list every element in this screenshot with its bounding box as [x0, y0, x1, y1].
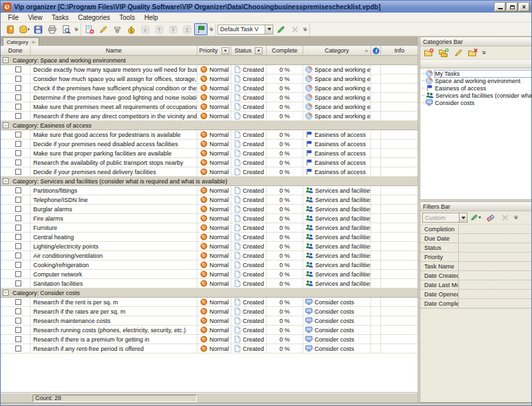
task-done-checkbox[interactable] [1, 279, 31, 288]
task-done-checkbox[interactable] [1, 223, 31, 233]
category-tree-item[interactable]: Consider costs66 [420, 99, 532, 106]
task-row[interactable]: Computer networkNormalCreated0 %Services… [1, 270, 418, 279]
filter-value-field[interactable] [459, 280, 532, 289]
task-done-checkbox[interactable] [1, 298, 31, 307]
checkbox-icon[interactable] [15, 169, 21, 175]
task-done-checkbox[interactable] [1, 140, 31, 149]
checkbox-icon[interactable] [15, 159, 21, 165]
task-row[interactable]: Determine if the premises have good ligh… [1, 93, 418, 102]
apply-view-button[interactable] [274, 23, 287, 35]
filter-preset-dropdown-icon[interactable] [459, 213, 467, 222]
task-row[interactable]: Sanitation facilitiesNormalCreated0 %Ser… [1, 279, 418, 288]
task-done-checkbox[interactable] [1, 195, 31, 205]
task-row[interactable]: Decide exactly how many square meters yo… [1, 65, 418, 74]
checkbox-icon[interactable] [15, 234, 21, 240]
checkbox-icon[interactable] [15, 150, 21, 156]
delete-category-button[interactable] [466, 47, 479, 59]
task-row[interactable]: Make sure that premises meet all require… [1, 102, 418, 112]
checkbox-icon[interactable] [15, 66, 21, 72]
task-row[interactable]: Make sure that good access for pedestria… [1, 130, 418, 140]
category-group-row[interactable]: −Category: Easiness of access [1, 121, 418, 130]
filter-value-field[interactable] [459, 271, 532, 280]
delete-task-button[interactable] [110, 23, 124, 35]
task-row[interactable]: Decide if your premises need disabled ac… [1, 140, 418, 149]
task-done-checkbox[interactable] [1, 242, 31, 251]
filter-value-field[interactable] [459, 299, 532, 308]
task-done-checkbox[interactable] [1, 316, 31, 326]
toolbar-overflow-icon[interactable] [73, 24, 79, 35]
task-row[interactable]: Decide if your premises need delivery fa… [1, 167, 418, 177]
checkbox-icon[interactable] [15, 318, 21, 324]
toolbar-overflow-icon[interactable] [302, 24, 308, 35]
task-row[interactable]: Air conditioning/ventilationNormalCreate… [1, 251, 418, 260]
task-row[interactable]: Telephone/ISDN lineNormalCreated0 %Servi… [1, 195, 418, 205]
column-header-name[interactable]: Name [31, 46, 198, 55]
filter-value-field[interactable] [459, 225, 532, 233]
checkbox-icon[interactable] [15, 253, 21, 258]
filter-value-field[interactable] [459, 234, 532, 243]
print-button[interactable] [45, 23, 59, 35]
task-done-checkbox[interactable] [1, 335, 31, 344]
task-done-checkbox[interactable] [1, 344, 31, 354]
new-database-button[interactable] [3, 23, 17, 35]
checkbox-icon[interactable] [15, 308, 21, 314]
checkbox-icon[interactable] [15, 104, 21, 110]
toolbar-overflow-icon[interactable] [481, 47, 487, 58]
checkbox-icon[interactable] [15, 243, 21, 249]
checkbox-icon[interactable] [15, 206, 21, 212]
category-tree-item[interactable]: My Tasks [420, 70, 532, 77]
filter-preset-combobox[interactable]: Custom [422, 213, 467, 223]
apply-filter-button[interactable] [469, 212, 482, 224]
task-done-checkbox[interactable] [1, 102, 31, 112]
checkbox-icon[interactable] [15, 225, 21, 231]
filter-value-field[interactable] [459, 290, 532, 298]
checkbox-icon[interactable] [15, 271, 21, 277]
checkbox-icon[interactable] [15, 76, 21, 82]
task-done-checkbox[interactable] [1, 167, 31, 177]
edit-category-button[interactable] [452, 47, 465, 59]
restore-button[interactable] [507, 3, 517, 11]
toolbar-overflow-icon[interactable] [513, 212, 519, 223]
collapse-group-icon[interactable]: − [3, 178, 9, 184]
checkbox-icon[interactable] [15, 327, 21, 333]
task-row[interactable]: Research maintenance costsNormalCreated0… [1, 316, 418, 326]
menu-view[interactable]: View [23, 13, 47, 22]
task-done-checkbox[interactable] [1, 93, 31, 102]
task-row[interactable]: Research the availability of public tran… [1, 158, 418, 167]
open-database-button[interactable] [17, 23, 31, 35]
category-group-row[interactable]: −Category: Services and facilities (cons… [1, 177, 418, 186]
minimize-button[interactable] [495, 3, 505, 11]
menu-help[interactable]: Help [140, 13, 163, 22]
add-task-button[interactable] [82, 23, 96, 35]
close-button[interactable]: × [519, 3, 529, 11]
task-row[interactable]: Research if the rates are per sq. mNorma… [1, 307, 418, 316]
task-row[interactable]: Research if there is a premium for getti… [1, 335, 418, 344]
task-done-checkbox[interactable] [1, 233, 31, 242]
menu-categories[interactable]: Categories [73, 13, 114, 22]
task-row[interactable]: FurnitureNormalCreated0 %Services and fa… [1, 223, 418, 233]
task-done-checkbox[interactable] [1, 158, 31, 167]
column-header-complete[interactable]: Complete [267, 46, 303, 55]
collapse-group-icon[interactable]: − [3, 57, 9, 63]
priority-filter-dropdown[interactable] [221, 47, 229, 54]
menu-tools[interactable]: Tools [115, 13, 140, 22]
menu-file[interactable]: File [3, 13, 23, 22]
print-preview-button[interactable] [59, 23, 72, 35]
task-cost-button[interactable]: $ [124, 23, 138, 35]
category-tree-item[interactable]: Services and facilities (consider what i… [420, 92, 532, 99]
task-done-checkbox[interactable] [1, 214, 31, 223]
task-done-checkbox[interactable] [1, 130, 31, 140]
group-by-category-button[interactable]: Category [3, 37, 39, 46]
column-header-info[interactable]: Info [381, 46, 418, 55]
task-done-checkbox[interactable] [1, 307, 31, 316]
checkbox-icon[interactable] [15, 141, 21, 147]
task-row[interactable]: Fire alarmsNormalCreated0 %Services and … [1, 214, 418, 223]
task-done-checkbox[interactable] [1, 65, 31, 74]
checkbox-icon[interactable] [15, 132, 21, 138]
checkbox-icon[interactable] [15, 215, 21, 221]
category-group-row[interactable]: −Category: Space and working environment [1, 56, 418, 65]
status-filter-dropdown[interactable] [255, 47, 263, 54]
checkbox-icon[interactable] [15, 346, 21, 352]
checkbox-icon[interactable] [15, 197, 21, 203]
task-row[interactable]: Check if the premises have sufficient ph… [1, 84, 418, 93]
